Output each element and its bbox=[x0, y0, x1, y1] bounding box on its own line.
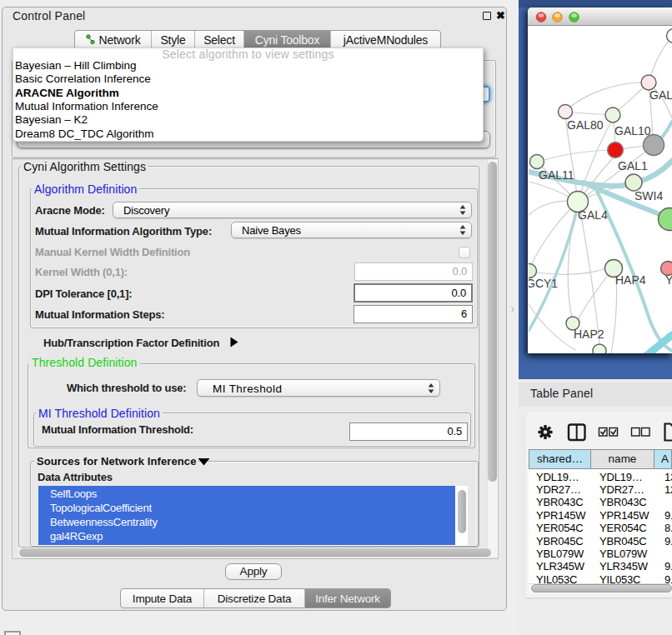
svg-text:GAL1: GAL1 bbox=[618, 159, 648, 172]
svg-text:SWI4: SWI4 bbox=[634, 189, 663, 202]
svg-text:HAP2: HAP2 bbox=[574, 328, 604, 341]
svg-text:GAL4: GAL4 bbox=[578, 208, 608, 222]
svg-text:GAL10: GAL10 bbox=[614, 124, 651, 138]
svg-text:GAL80: GAL80 bbox=[567, 118, 604, 132]
svg-text:GAL11: GAL11 bbox=[539, 168, 574, 182]
svg-text:GCY1: GCY1 bbox=[529, 277, 558, 290]
svg-text:HAP4: HAP4 bbox=[615, 273, 646, 287]
svg-text:GAL2: GAL2 bbox=[649, 88, 672, 102]
svg-text:Y: Y bbox=[665, 273, 672, 287]
